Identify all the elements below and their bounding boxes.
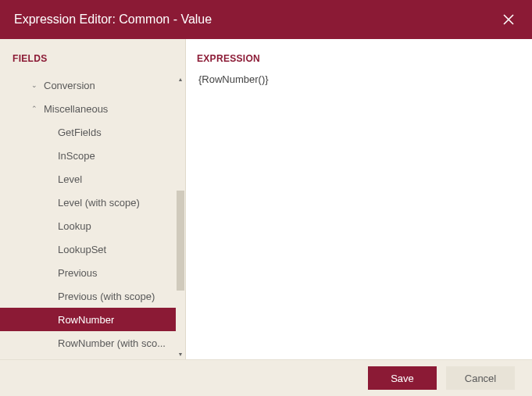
tree-item-label: GetFields xyxy=(53,127,102,138)
tree-item-label: Level (with scope) xyxy=(53,197,140,209)
tree-item-label: Previous xyxy=(53,267,98,279)
window-title: Expression Editor: Common - Value xyxy=(14,12,212,27)
tree-item[interactable]: ⌃Miscellaneous xyxy=(0,97,176,120)
tree-item[interactable]: ⌄Conversion xyxy=(0,73,176,97)
scroll-up-icon[interactable]: ▲ xyxy=(176,73,185,84)
tree-item-label: RowNumber (with sco... xyxy=(53,337,166,349)
tree-item-label: Lookup xyxy=(53,220,91,232)
tree-item-label: RowNumber xyxy=(53,314,114,326)
tree-item-label: Miscellaneous xyxy=(39,103,108,115)
save-button[interactable]: Save xyxy=(368,366,437,390)
tree-item[interactable]: Level (with scope) xyxy=(0,191,176,214)
tree-item[interactable]: Lookup xyxy=(0,214,176,237)
expression-value[interactable]: {RowNumber()} xyxy=(197,66,518,93)
close-icon[interactable] xyxy=(499,10,518,29)
cancel-button[interactable]: Cancel xyxy=(446,366,515,390)
titlebar: Expression Editor: Common - Value xyxy=(0,0,532,39)
fields-heading: FIELDS xyxy=(0,39,185,73)
scroll-track[interactable] xyxy=(176,84,185,348)
tree-item-label: Level xyxy=(53,173,82,185)
expression-heading: EXPRESSION xyxy=(197,53,518,66)
expression-panel: EXPRESSION {RowNumber()} xyxy=(186,39,532,359)
tree-item[interactable]: LookupSet xyxy=(0,237,176,261)
scroll-down-icon[interactable]: ▼ xyxy=(176,348,185,359)
tree-item-label: Previous (with scope) xyxy=(53,291,155,302)
tree-item[interactable]: RowNumber xyxy=(0,308,176,331)
tree-item[interactable]: GetFields xyxy=(0,120,176,144)
fields-panel: FIELDS ⌄Conversion⌃MiscellaneousGetField… xyxy=(0,39,186,359)
tree-item-label: Conversion xyxy=(39,80,95,91)
tree-item[interactable]: InScope xyxy=(0,144,176,167)
content-area: FIELDS ⌄Conversion⌃MiscellaneousGetField… xyxy=(0,39,532,359)
tree-item[interactable]: Level xyxy=(0,167,176,191)
tree-item[interactable]: RowNumber (with sco... xyxy=(0,331,176,355)
tree-item[interactable]: Previous (with scope) xyxy=(0,284,176,308)
tree-wrap: ⌄Conversion⌃MiscellaneousGetFieldsInScop… xyxy=(0,73,185,359)
scrollbar[interactable]: ▲ ▼ xyxy=(176,73,185,359)
footer: Save Cancel xyxy=(0,359,532,396)
scroll-thumb[interactable] xyxy=(177,191,184,291)
fields-tree: ⌄Conversion⌃MiscellaneousGetFieldsInScop… xyxy=(0,73,176,359)
tree-item[interactable]: Previous xyxy=(0,261,176,284)
tree-item-label: LookupSet xyxy=(53,244,106,255)
chevron-down-icon[interactable]: ⌄ xyxy=(30,81,39,89)
tree-item-label: InScope xyxy=(53,150,95,162)
chevron-up-icon[interactable]: ⌃ xyxy=(30,105,39,112)
